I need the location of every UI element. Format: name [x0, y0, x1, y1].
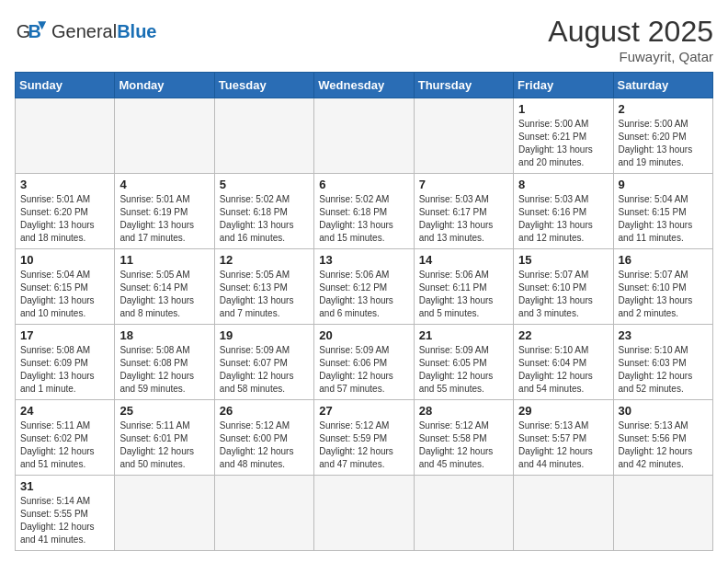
day-number: 31: [20, 479, 109, 493]
day-number: 1: [518, 102, 608, 116]
calendar-day-cell: [514, 476, 613, 551]
calendar-day-cell: 15Sunrise: 5:07 AM Sunset: 6:10 PM Dayli…: [514, 249, 613, 325]
calendar-day-cell: 12Sunrise: 5:05 AM Sunset: 6:13 PM Dayli…: [214, 249, 313, 325]
day-number: 13: [319, 253, 408, 267]
calendar-week-row: 3Sunrise: 5:01 AM Sunset: 6:20 PM Daylig…: [16, 174, 713, 249]
calendar-day-cell: 10Sunrise: 5:04 AM Sunset: 6:15 PM Dayli…: [16, 249, 115, 325]
calendar-day-cell: 9Sunrise: 5:04 AM Sunset: 6:15 PM Daylig…: [613, 174, 712, 249]
day-number: 17: [20, 328, 109, 342]
month-year-title: August 2025: [548, 15, 713, 49]
day-number: 24: [20, 404, 109, 418]
calendar-day-cell: [414, 98, 513, 174]
calendar-header-wednesday: Wednesday: [314, 73, 414, 98]
day-number: 7: [419, 178, 508, 191]
logo: G B GeneralBlue: [15, 15, 157, 48]
calendar-week-row: 1Sunrise: 5:00 AM Sunset: 6:21 PM Daylig…: [16, 98, 713, 174]
day-info: Sunrise: 5:13 AM Sunset: 5:57 PM Dayligh…: [518, 419, 608, 471]
page-header: G B GeneralBlue August 2025 Fuwayrit, Qa…: [15, 15, 713, 64]
day-number: 8: [518, 178, 608, 191]
calendar-day-cell: 3Sunrise: 5:01 AM Sunset: 6:20 PM Daylig…: [16, 174, 115, 249]
calendar-day-cell: 4Sunrise: 5:01 AM Sunset: 6:19 PM Daylig…: [115, 174, 214, 249]
calendar-day-cell: [214, 98, 313, 174]
calendar-day-cell: 18Sunrise: 5:08 AM Sunset: 6:08 PM Dayli…: [115, 325, 214, 400]
day-info: Sunrise: 5:12 AM Sunset: 6:00 PM Dayligh…: [220, 419, 309, 471]
calendar-day-cell: 8Sunrise: 5:03 AM Sunset: 6:16 PM Daylig…: [514, 174, 613, 249]
calendar-day-cell: 2Sunrise: 5:00 AM Sunset: 6:20 PM Daylig…: [613, 98, 712, 174]
day-info: Sunrise: 5:08 AM Sunset: 6:08 PM Dayligh…: [119, 344, 209, 396]
day-number: 26: [220, 404, 309, 418]
day-info: Sunrise: 5:09 AM Sunset: 6:06 PM Dayligh…: [319, 344, 408, 396]
day-number: 5: [220, 178, 309, 191]
calendar-day-cell: 1Sunrise: 5:00 AM Sunset: 6:21 PM Daylig…: [514, 98, 613, 174]
day-info: Sunrise: 5:03 AM Sunset: 6:17 PM Dayligh…: [419, 193, 508, 245]
calendar-day-cell: 20Sunrise: 5:09 AM Sunset: 6:06 PM Dayli…: [314, 325, 414, 400]
day-info: Sunrise: 5:13 AM Sunset: 5:56 PM Dayligh…: [619, 419, 708, 471]
day-number: 20: [319, 328, 408, 342]
day-info: Sunrise: 5:11 AM Sunset: 6:02 PM Dayligh…: [20, 419, 109, 471]
calendar-header-friday: Friday: [514, 73, 613, 98]
day-info: Sunrise: 5:07 AM Sunset: 6:10 PM Dayligh…: [518, 269, 608, 320]
day-info: Sunrise: 5:05 AM Sunset: 6:13 PM Dayligh…: [220, 269, 309, 320]
title-block: August 2025 Fuwayrit, Qatar: [548, 15, 713, 64]
calendar-header-row: SundayMondayTuesdayWednesdayThursdayFrid…: [16, 73, 713, 98]
day-number: 28: [419, 404, 508, 418]
day-number: 11: [119, 253, 209, 267]
day-info: Sunrise: 5:10 AM Sunset: 6:04 PM Dayligh…: [518, 344, 608, 396]
calendar-table: SundayMondayTuesdayWednesdayThursdayFrid…: [15, 72, 713, 551]
calendar-day-cell: 27Sunrise: 5:12 AM Sunset: 5:59 PM Dayli…: [314, 400, 414, 476]
day-number: 15: [518, 253, 608, 267]
calendar-day-cell: 17Sunrise: 5:08 AM Sunset: 6:09 PM Dayli…: [16, 325, 115, 400]
day-number: 29: [518, 404, 608, 418]
day-info: Sunrise: 5:14 AM Sunset: 5:55 PM Dayligh…: [20, 495, 109, 546]
calendar-day-cell: 29Sunrise: 5:13 AM Sunset: 5:57 PM Dayli…: [514, 400, 613, 476]
day-info: Sunrise: 5:11 AM Sunset: 6:01 PM Dayligh…: [119, 419, 209, 471]
calendar-day-cell: [613, 476, 712, 551]
calendar-week-row: 17Sunrise: 5:08 AM Sunset: 6:09 PM Dayli…: [16, 325, 713, 400]
svg-text:B: B: [28, 21, 40, 41]
calendar-day-cell: 16Sunrise: 5:07 AM Sunset: 6:10 PM Dayli…: [613, 249, 712, 325]
calendar-day-cell: 14Sunrise: 5:06 AM Sunset: 6:11 PM Dayli…: [414, 249, 513, 325]
calendar-header-tuesday: Tuesday: [214, 73, 313, 98]
day-info: Sunrise: 5:08 AM Sunset: 6:09 PM Dayligh…: [20, 344, 109, 396]
day-number: 16: [619, 253, 708, 267]
day-info: Sunrise: 5:03 AM Sunset: 6:16 PM Dayligh…: [518, 193, 608, 245]
day-number: 14: [419, 253, 508, 267]
day-info: Sunrise: 5:09 AM Sunset: 6:07 PM Dayligh…: [220, 344, 309, 396]
calendar-header-saturday: Saturday: [613, 73, 712, 98]
day-number: 18: [119, 328, 209, 342]
day-info: Sunrise: 5:04 AM Sunset: 6:15 PM Dayligh…: [619, 193, 708, 245]
logo-text: GeneralBlue: [51, 21, 157, 42]
calendar-header-thursday: Thursday: [414, 73, 513, 98]
day-info: Sunrise: 5:01 AM Sunset: 6:19 PM Dayligh…: [119, 193, 209, 245]
day-number: 27: [319, 404, 408, 418]
day-number: 30: [619, 404, 708, 418]
day-number: 9: [619, 178, 708, 191]
calendar-week-row: 10Sunrise: 5:04 AM Sunset: 6:15 PM Dayli…: [16, 249, 713, 325]
day-number: 4: [119, 178, 209, 191]
day-info: Sunrise: 5:07 AM Sunset: 6:10 PM Dayligh…: [619, 269, 708, 320]
day-number: 21: [419, 328, 508, 342]
day-info: Sunrise: 5:12 AM Sunset: 5:58 PM Dayligh…: [419, 419, 508, 471]
calendar-day-cell: 23Sunrise: 5:10 AM Sunset: 6:03 PM Dayli…: [613, 325, 712, 400]
day-info: Sunrise: 5:06 AM Sunset: 6:12 PM Dayligh…: [319, 269, 408, 320]
calendar-day-cell: [214, 476, 313, 551]
calendar-week-row: 24Sunrise: 5:11 AM Sunset: 6:02 PM Dayli…: [16, 400, 713, 476]
day-number: 22: [518, 328, 608, 342]
day-number: 19: [220, 328, 309, 342]
day-info: Sunrise: 5:04 AM Sunset: 6:15 PM Dayligh…: [20, 269, 109, 320]
day-number: 2: [619, 102, 708, 116]
calendar-day-cell: 28Sunrise: 5:12 AM Sunset: 5:58 PM Dayli…: [414, 400, 513, 476]
calendar-day-cell: 19Sunrise: 5:09 AM Sunset: 6:07 PM Dayli…: [214, 325, 313, 400]
logo-icon: G B: [15, 15, 48, 48]
calendar-day-cell: 31Sunrise: 5:14 AM Sunset: 5:55 PM Dayli…: [16, 476, 115, 551]
calendar-week-row: 31Sunrise: 5:14 AM Sunset: 5:55 PM Dayli…: [16, 476, 713, 551]
location-subtitle: Fuwayrit, Qatar: [548, 49, 713, 64]
day-number: 12: [220, 253, 309, 267]
calendar-day-cell: [314, 98, 414, 174]
calendar-header-monday: Monday: [115, 73, 214, 98]
day-info: Sunrise: 5:02 AM Sunset: 6:18 PM Dayligh…: [220, 193, 309, 245]
calendar-day-cell: 22Sunrise: 5:10 AM Sunset: 6:04 PM Dayli…: [514, 325, 613, 400]
day-info: Sunrise: 5:01 AM Sunset: 6:20 PM Dayligh…: [20, 193, 109, 245]
day-number: 3: [20, 178, 109, 191]
calendar-day-cell: [115, 476, 214, 551]
